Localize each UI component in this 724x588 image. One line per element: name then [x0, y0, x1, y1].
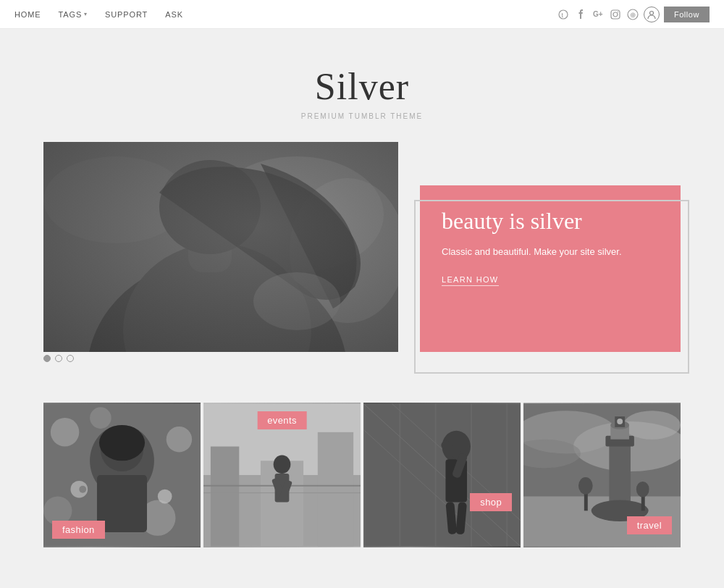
user-profile-icon[interactable] — [644, 7, 660, 22]
svg-rect-8 — [43, 142, 398, 352]
nav-tags[interactable]: TAGS ▾ — [59, 10, 88, 19]
svg-point-4 — [618, 11, 618, 12]
grid-item-shop[interactable]: shop — [363, 403, 521, 547]
svg-text:t: t — [561, 12, 563, 19]
nav-ask[interactable]: ASK — [165, 10, 183, 19]
hero-card-title: beauty is silver — [442, 207, 659, 235]
nav-links: HOME TAGS ▾ SUPPORT ASK — [14, 10, 183, 19]
category-grid: fashion — [43, 403, 681, 547]
grid-item-fashion[interactable]: fashion — [43, 403, 201, 547]
svg-rect-14 — [188, 214, 232, 272]
slider-dots — [43, 350, 74, 366]
slider-dot-2[interactable] — [55, 355, 62, 362]
svg-point-7 — [649, 11, 653, 14]
nav-support[interactable]: SUPPORT — [105, 10, 148, 19]
tumblr-icon[interactable]: t — [557, 8, 570, 21]
svg-point-11 — [43, 156, 188, 243]
svg-point-12 — [87, 258, 348, 352]
fashion-label: fashion — [52, 521, 105, 539]
site-subtitle: PREMIUM TUMBLR THEME — [14, 112, 710, 120]
hero-card-description: Classic and beautiful. Make your site si… — [442, 245, 659, 259]
svg-point-15 — [159, 160, 261, 254]
svg-point-9 — [210, 156, 384, 272]
main-content: Silver PREMIUM TUMBLR THEME — [0, 0, 724, 547]
svg-point-16 — [253, 272, 340, 330]
hero-image — [43, 142, 398, 352]
chevron-down-icon: ▾ — [84, 11, 88, 17]
svg-text:⊕: ⊕ — [630, 11, 636, 19]
hero-learn-how-link[interactable]: LEARN HOW — [442, 275, 499, 286]
hero-photo — [43, 142, 398, 352]
follow-button[interactable]: Follow — [664, 7, 710, 22]
share-icon[interactable]: ⊕ — [626, 8, 639, 21]
nav-home[interactable]: HOME — [14, 10, 41, 19]
grid-item-events[interactable]: events — [203, 403, 361, 547]
svg-point-13 — [123, 243, 311, 352]
grid-item-travel[interactable]: travel — [523, 403, 681, 547]
nav-right-icons: t G+ ⊕ — [557, 7, 710, 22]
facebook-icon[interactable] — [574, 8, 587, 21]
site-header: Silver PREMIUM TUMBLR THEME — [0, 29, 724, 142]
svg-rect-2 — [611, 10, 620, 19]
hero-section: beauty is silver Classic and beautiful. … — [43, 142, 681, 366]
slider-dot-3[interactable] — [67, 355, 74, 362]
svg-point-10 — [290, 178, 398, 323]
instagram-icon[interactable] — [609, 8, 622, 21]
shop-label: shop — [470, 493, 512, 511]
svg-rect-17 — [43, 142, 398, 352]
google-plus-icon[interactable]: G+ — [592, 8, 605, 21]
travel-label: travel — [627, 516, 672, 534]
hero-card: beauty is silver Classic and beautiful. … — [420, 185, 681, 352]
svg-point-3 — [613, 12, 618, 17]
site-title: Silver — [14, 65, 710, 108]
events-label: events — [257, 411, 307, 429]
slider-dot-1[interactable] — [43, 355, 51, 362]
main-nav: HOME TAGS ▾ SUPPORT ASK t G+ — [0, 0, 724, 29]
